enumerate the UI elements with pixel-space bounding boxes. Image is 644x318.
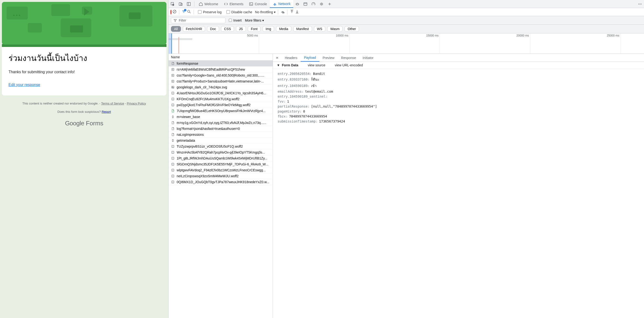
timeline-selection[interactable] (168, 33, 172, 53)
inspect-icon[interactable] (168, 2, 177, 6)
request-name: neILzCirqoswsqX9zoSmM4MwWJU.woff2 (177, 174, 238, 178)
chip-ws[interactable]: WS (314, 26, 326, 32)
request-row[interactable]: TwlptgwvFAVdoq2_F94zlCfv0bz1WCzsWzLFneoC… (168, 167, 273, 173)
font-icon: T (171, 156, 175, 160)
invert-checkbox[interactable]: Invert (229, 18, 242, 22)
request-name: 0QI6MX1D_JOuGQbT0gvTJPa787weuxJHK918nede… (177, 180, 269, 184)
request-row[interactable]: getmetadata (168, 138, 273, 144)
font-icon: T (171, 168, 175, 172)
request-row[interactable]: css?family=Product+Sans&subset=latin,vie… (168, 78, 273, 84)
svg-rect-45 (172, 86, 174, 88)
tab-network[interactable]: Network (270, 0, 293, 8)
request-row[interactable]: TpxiDypQkot1TnFhsFMOfGShVF9eOYktMqg.woff… (168, 102, 273, 108)
close-detail-icon[interactable]: ✕ (273, 56, 282, 60)
request-row[interactable]: TneILzCirqoswsqX9zoSmM4MwWJU.woff2 (168, 173, 273, 179)
request-row[interactable]: rs=AMjVe6ifaE8WstCBfNEad6RiPucQF51hew (168, 67, 273, 72)
tab-welcome[interactable]: Welcome (196, 0, 221, 8)
tab-response[interactable]: Response (338, 54, 359, 62)
request-name: log?format=json&hasfast=true&authuser=0 (177, 127, 240, 131)
filter-toggle-icon[interactable]: × (182, 9, 186, 14)
chip-js[interactable]: JS (236, 26, 246, 32)
disable-cache-checkbox[interactable]: Disable cache (226, 10, 252, 14)
font-icon: T (171, 145, 175, 148)
view-url-encoded-link[interactable]: view URL-encoded (335, 63, 363, 67)
performance-icon[interactable] (310, 2, 318, 6)
request-row[interactable]: naLogImpressions (168, 132, 273, 138)
request-row[interactable]: 7UIqcmgfWOBue4ELeHKSOnyUBrpwosFHkJmWVrzR… (168, 108, 273, 114)
chip-media[interactable]: Media (276, 26, 291, 32)
request-name: KFOmCnqEu92Fr1Mu4mxKKTU1Kg.woff2 (177, 97, 240, 101)
request-row[interactable]: formResponse (168, 61, 273, 67)
svg-rect-16 (187, 2, 190, 6)
request-row[interactable]: T1Pt_g8LJRfWJmhDAuUsSQamb1W0lwk4S4WjMDrU… (168, 155, 273, 161)
tab-payload[interactable]: Payload (301, 54, 320, 62)
chip-font[interactable]: Font (248, 26, 260, 32)
font-icon: T (171, 97, 175, 101)
devtools-pane: Welcome Elements Console Network × Prese… (168, 0, 644, 318)
form-data-section-title[interactable]: ▼ Form Data (277, 63, 298, 67)
request-row[interactable]: T0QI6MX1D_JOuGQbT0gvTJPa787weuxJHK918ned… (168, 179, 273, 185)
chip-manifest[interactable]: Manifest (293, 26, 312, 32)
google-forms-logo: Google Forms (2, 120, 166, 127)
tab-initiator[interactable]: Initiator (359, 54, 377, 62)
tab-elements[interactable]: Elements (221, 0, 246, 8)
more-filters-button[interactable]: More filters ▾ (245, 18, 264, 22)
chip-img[interactable]: Img (262, 26, 274, 32)
throttling-caret-icon[interactable]: ▾ (274, 10, 276, 14)
download-har-icon[interactable] (295, 9, 299, 14)
request-row[interactable]: css?family=Google+Sans_old:400,500|Robot… (168, 72, 273, 78)
upload-har-icon[interactable] (290, 9, 294, 14)
request-row[interactable]: log?format=json&hasfast=true&authuser=0 (168, 126, 273, 132)
svg-point-10 (19, 15, 20, 16)
form-footer: This content is neither created nor endo… (2, 100, 166, 107)
privacy-link[interactable]: Privacy Policy (127, 102, 146, 105)
clear-button[interactable] (172, 9, 177, 14)
app-icon[interactable] (301, 2, 310, 6)
add-tab-icon[interactable] (326, 2, 334, 6)
payload-entry: emailAddress:test@email.com (278, 90, 639, 93)
bug-icon[interactable] (293, 2, 301, 6)
tab-preview[interactable]: Preview (320, 54, 338, 62)
font-icon: T (171, 180, 175, 184)
request-row[interactable]: m=sy1g,vGOnYd,syh,syi,syg,IZT63,vfuNJf,M… (168, 120, 273, 126)
filter-input[interactable]: Filter (171, 17, 226, 23)
request-row[interactable]: googlelogo_dark_clr_74x24px.svg (168, 84, 273, 90)
view-source-link[interactable]: view source (308, 63, 325, 67)
network-timeline[interactable]: 5000 ms10000 ms15000 ms20000 ms25000 ms (168, 33, 644, 54)
chip-other[interactable]: Other (344, 26, 359, 32)
network-conditions-icon[interactable] (280, 9, 285, 14)
font-icon: T (171, 162, 175, 166)
chip-all[interactable]: All (171, 26, 181, 32)
chip-doc[interactable]: Doc (207, 26, 219, 32)
chip-fetchxhr[interactable]: Fetch/XHR (183, 26, 205, 32)
tab-console[interactable]: Console (246, 0, 270, 8)
request-row[interactable]: T4UasrENHsxJlGDuGo1OIlJfC6l_24rlCK1Yo_Iq… (168, 90, 273, 96)
request-row[interactable]: TTUZyzwprpvBS1izr_vOEDOSfU5cP1Q.woff2 (168, 144, 273, 150)
dock-icon[interactable] (185, 2, 193, 6)
request-row[interactable]: TKFOmCnqEu92Fr1Mu4mxKKTU1Kg.woff2 (168, 96, 273, 102)
record-button[interactable] (170, 10, 172, 14)
tab-headers[interactable]: Headers (282, 54, 301, 62)
svg-rect-1 (7, 7, 28, 20)
request-row[interactable]: TWnznHAc5bAfYB2QRah7pcpNvOx-pjfJ9eIOpYT5… (168, 150, 273, 155)
chip-css[interactable]: CSS (221, 26, 234, 32)
request-row[interactable]: m=viewer_base (168, 114, 273, 120)
search-icon[interactable] (187, 9, 191, 14)
terms-link[interactable]: Terms of Service (101, 102, 124, 105)
chip-wasm[interactable]: Wasm (327, 26, 343, 32)
preserve-log-checkbox[interactable]: Preserve log (198, 10, 222, 14)
form-thanks-message: Thanks for submitting your contact info! (8, 70, 160, 74)
request-row[interactable]: TSlGDmQSNjdsmc35JDF1K5E55YMjF_7DPuGi-6_R… (168, 161, 273, 167)
throttling-select[interactable]: No throttling (255, 10, 273, 14)
report-link[interactable]: Report (102, 110, 111, 113)
js-icon (171, 109, 175, 113)
svg-point-23 (321, 3, 322, 5)
font-icon: T (171, 174, 175, 178)
memory-icon[interactable] (318, 2, 326, 6)
timeline-tick: 10000 ms (336, 34, 348, 37)
font-icon: T (171, 91, 175, 95)
column-header-name[interactable]: Name (168, 54, 273, 61)
device-toggle-icon[interactable] (177, 2, 185, 6)
more-icon[interactable] (636, 2, 644, 6)
edit-response-link[interactable]: Edit your response (8, 83, 40, 87)
